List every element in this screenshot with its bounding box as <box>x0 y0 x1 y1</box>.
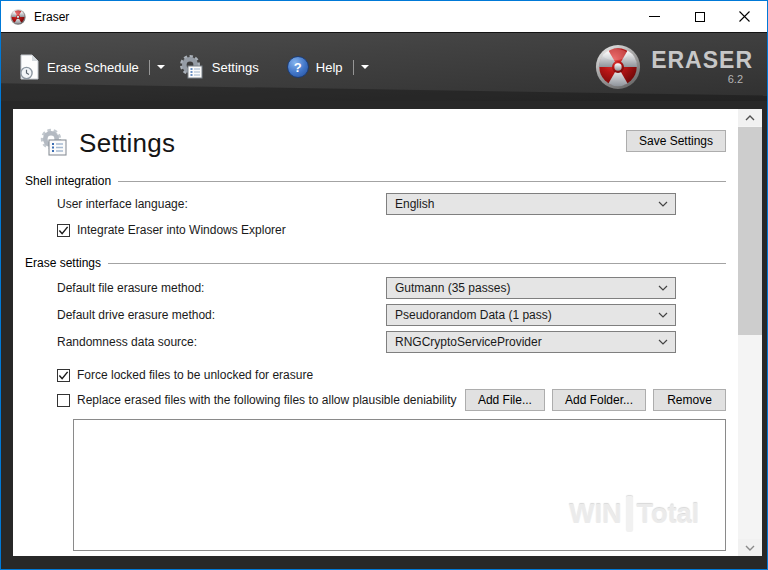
language-selected-value: English <box>395 197 434 211</box>
force-locked-row: Force locked files to be unlocked for er… <box>57 367 726 383</box>
force-locked-checkbox[interactable] <box>57 369 70 382</box>
help-icon: ? <box>287 56 309 78</box>
settings-content: Settings Save Settings Shell integration… <box>13 109 738 556</box>
toolbar-item-help[interactable]: ? Help <box>287 56 343 78</box>
watermark-bar <box>626 496 633 532</box>
main-toolbar: Erase Schedule Settings ? Help ERASER <box>1 32 767 101</box>
close-button[interactable] <box>722 1 767 32</box>
replace-erased-row: Replace erased files with the following … <box>57 388 726 412</box>
window-controls <box>632 1 767 32</box>
settings-gear-icon <box>179 54 205 80</box>
minimize-button[interactable] <box>632 1 677 32</box>
drive-erasure-method-label: Default drive erasure method: <box>57 308 386 322</box>
force-locked-label[interactable]: Force locked files to be unlocked for er… <box>77 368 313 382</box>
integrate-explorer-row: Integrate Eraser into Windows Explorer <box>57 223 726 237</box>
maximize-button[interactable] <box>677 1 722 32</box>
drive-erasure-method-row: Default drive erasure method: Pseudorand… <box>57 303 726 327</box>
radiation-logo-icon <box>595 44 641 90</box>
toolbar-item-settings[interactable]: Settings <box>179 54 259 80</box>
randomness-source-row: Randomness data source: RNGCryptoService… <box>57 330 726 354</box>
minimize-icon <box>649 16 660 17</box>
save-settings-button[interactable]: Save Settings <box>626 130 726 152</box>
erase-schedule-dropdown-caret[interactable] <box>157 65 165 69</box>
watermark-right: Total <box>637 499 700 530</box>
chevron-up-icon <box>745 115 755 121</box>
checkmark-icon <box>58 370 69 381</box>
randomness-source-value: RNGCryptoServiceProvider <box>395 335 542 349</box>
drive-erasure-method-dropdown[interactable]: Pseudorandom Data (1 pass) <box>386 304 676 326</box>
page-header: Settings Save Settings <box>25 125 726 161</box>
window-title: Eraser <box>34 10 69 24</box>
replace-erased-label[interactable]: Replace erased files with the following … <box>77 393 457 407</box>
add-folder-button[interactable]: Add Folder... <box>552 389 646 411</box>
logo-version: 6.2 <box>728 74 743 85</box>
group-label: Erase settings <box>25 256 101 270</box>
toolbar-separator <box>353 60 354 75</box>
logo-text: ERASER 6.2 <box>651 49 753 85</box>
logo-name: ERASER <box>651 49 753 72</box>
plausible-deniability-file-list[interactable]: WIN Total <box>73 419 726 551</box>
toolbar-item-erase-schedule[interactable]: Erase Schedule <box>19 54 139 80</box>
shell-integration-group-header: Shell integration <box>25 174 726 188</box>
page-title: Settings <box>79 128 175 159</box>
randomness-source-label: Randomness data source: <box>57 335 386 349</box>
eraser-brand-logo: ERASER 6.2 <box>595 44 753 90</box>
scrollbar-down-button[interactable] <box>738 539 762 556</box>
replace-erased-checkbox[interactable] <box>57 394 70 407</box>
chevron-down-icon <box>658 312 668 318</box>
group-divider-line <box>118 181 726 182</box>
language-label: User interface language: <box>57 197 386 211</box>
title-bar[interactable]: Eraser <box>1 1 767 32</box>
file-erasure-method-value: Gutmann (35 passes) <box>395 281 510 295</box>
chevron-down-icon <box>658 201 668 207</box>
maximize-icon <box>695 12 705 22</box>
language-row: User interface language: English <box>57 192 726 216</box>
close-icon <box>739 11 750 22</box>
file-erasure-method-row: Default file erasure method: Gutmann (35… <box>57 276 726 300</box>
scrollbar-up-button[interactable] <box>738 109 762 126</box>
checkmark-icon <box>58 225 69 236</box>
language-dropdown[interactable]: English <box>386 193 676 215</box>
integrate-explorer-label[interactable]: Integrate Eraser into Windows Explorer <box>77 223 286 237</box>
eraser-window: Eraser Erase Schedule <box>0 0 768 570</box>
erase-settings-group-header: Erase settings <box>25 256 726 270</box>
file-erasure-method-label: Default file erasure method: <box>57 281 386 295</box>
settings-page-icon <box>39 128 69 158</box>
settings-panel: Settings Save Settings Shell integration… <box>13 109 762 556</box>
randomness-source-dropdown[interactable]: RNGCryptoServiceProvider <box>386 331 676 353</box>
wintotal-watermark: WIN Total <box>569 496 699 532</box>
file-list-buttons: Add File... Add Folder... Remove <box>465 389 726 411</box>
group-divider-line <box>108 263 726 264</box>
group-label: Shell integration <box>25 174 111 188</box>
eraser-app-icon <box>10 9 26 25</box>
drive-erasure-method-value: Pseudorandom Data (1 pass) <box>395 308 552 322</box>
add-file-button[interactable]: Add File... <box>465 389 545 411</box>
chevron-down-icon <box>745 545 755 551</box>
body-area: Settings Save Settings Shell integration… <box>1 101 767 569</box>
file-erasure-method-dropdown[interactable]: Gutmann (35 passes) <box>386 277 676 299</box>
scrollbar-thumb[interactable] <box>738 127 762 335</box>
toolbar-item-label: Settings <box>212 60 259 75</box>
toolbar-separator <box>149 60 150 75</box>
chevron-down-icon <box>658 285 668 291</box>
toolbar-item-label: Help <box>316 60 343 75</box>
vertical-scrollbar[interactable] <box>738 109 762 556</box>
watermark-left: WIN <box>569 499 621 530</box>
toolbar-item-label: Erase Schedule <box>47 60 139 75</box>
integrate-explorer-checkbox[interactable] <box>57 224 70 237</box>
erase-schedule-icon <box>19 54 40 80</box>
remove-button[interactable]: Remove <box>653 389 726 411</box>
chevron-down-icon <box>658 339 668 345</box>
help-dropdown-caret[interactable] <box>361 65 369 69</box>
